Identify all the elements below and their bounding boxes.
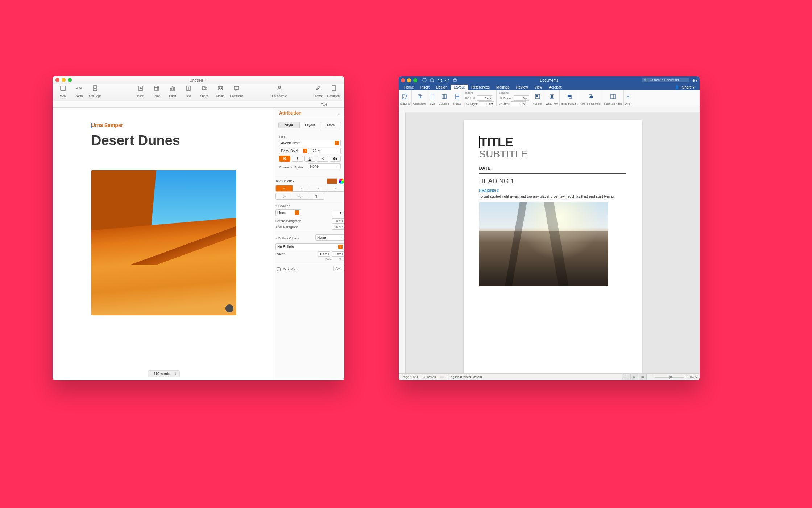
document-page[interactable]: TITLE SUBTITLE DATE HEADING 1 HEADING 2 …: [464, 120, 642, 373]
italic-button[interactable]: I: [292, 156, 303, 162]
pages-titlebar[interactable]: Untitled ⌄: [53, 76, 344, 84]
line-spacing-stepper[interactable]: 1 ▴▾: [332, 211, 344, 216]
tab-more[interactable]: More: [320, 122, 341, 128]
tab-design[interactable]: Design: [433, 85, 451, 90]
spacing-header[interactable]: Spacing: [276, 204, 344, 208]
tab-home[interactable]: Home: [401, 85, 417, 90]
zoom-value[interactable]: 104%: [688, 375, 697, 379]
tab-mailings[interactable]: Mailings: [493, 85, 513, 90]
position-button[interactable]: Position: [531, 90, 544, 106]
font-weight-select[interactable]: Demi Bold ⁝: [279, 148, 309, 154]
inspector-section-header[interactable]: Attribution ⌄: [276, 108, 344, 119]
zoom-in-button[interactable]: +: [685, 375, 687, 379]
document-canvas[interactable]: Urna Semper Desert Dunes 410 words: [53, 108, 275, 380]
tab-style[interactable]: Style: [279, 122, 300, 128]
char-styles-select[interactable]: None ⌄: [308, 163, 341, 169]
word-count-pill[interactable]: 410 words: [148, 370, 180, 377]
document-title[interactable]: Untitled: [190, 78, 203, 82]
heading-text[interactable]: Desert Dunes: [91, 133, 236, 148]
send-backward-button[interactable]: Send Backward: [580, 90, 602, 106]
space-before-input[interactable]: [514, 95, 529, 101]
align-button[interactable]: Align: [624, 90, 633, 106]
align-left-button[interactable]: ≡: [276, 185, 293, 191]
tab-view[interactable]: View: [531, 85, 546, 90]
colour-wheel-icon[interactable]: [339, 178, 344, 184]
minimize-button[interactable]: [407, 78, 411, 82]
indent-left-input[interactable]: [477, 95, 492, 101]
selection-pane-button[interactable]: Selection Pane: [602, 90, 624, 106]
zoom-button[interactable]: [68, 78, 72, 82]
zoom-slider[interactable]: [655, 377, 684, 378]
settings-icon[interactable]: ☻▾: [692, 78, 697, 82]
add-page-button[interactable]: Add Page: [87, 85, 103, 98]
bullet-style-select[interactable]: No Bullets ⁝: [276, 243, 344, 250]
chart-button[interactable]: Chart: [165, 85, 180, 98]
tab-review[interactable]: Review: [513, 85, 531, 90]
bullets-list-select[interactable]: None ⌄: [315, 234, 344, 241]
focus-view-button[interactable]: ▭: [622, 374, 630, 380]
tab-insert[interactable]: Insert: [417, 85, 433, 90]
date-placeholder[interactable]: DATE: [479, 166, 626, 171]
title-placeholder[interactable]: TITLE: [479, 135, 626, 149]
body-placeholder[interactable]: To get started right away, just tap any …: [479, 194, 626, 199]
insert-button[interactable]: Insert: [133, 85, 148, 98]
after-paragraph-stepper[interactable]: 16 pt ▴▾: [332, 225, 344, 230]
save-button[interactable]: [429, 77, 435, 83]
bold-button[interactable]: B: [279, 156, 290, 162]
wrap-text-button[interactable]: Wrap Text: [544, 90, 560, 106]
colour-swatch[interactable]: [327, 178, 337, 184]
document-button[interactable]: Document: [326, 85, 341, 98]
heading2-placeholder[interactable]: HEADING 2: [479, 189, 626, 193]
undo-button[interactable]: [436, 77, 443, 83]
language-indicator[interactable]: English (United States): [449, 375, 482, 379]
redo-button[interactable]: [444, 77, 451, 83]
horizontal-ruler[interactable]: [399, 106, 700, 112]
align-center-button[interactable]: ≡: [293, 185, 310, 191]
chevron-down-icon[interactable]: ▾: [293, 180, 294, 183]
line-spacing-select[interactable]: Lines ⁝: [276, 209, 301, 216]
print-button[interactable]: [452, 77, 458, 83]
chevron-down-icon[interactable]: ⌄: [204, 78, 207, 82]
inline-image[interactable]: [91, 170, 236, 315]
minimize-button[interactable]: [62, 78, 66, 82]
indent-decrease-button[interactable]: ◁≡: [276, 193, 292, 199]
margins-button[interactable]: Margins: [399, 90, 412, 106]
comment-button[interactable]: Comment: [229, 85, 244, 98]
drop-cap-style-select[interactable]: A≡⌄: [334, 266, 344, 271]
zoom-dropdown[interactable]: 93% Zoom: [71, 85, 87, 98]
indent-increase-button[interactable]: ≡▷: [292, 193, 308, 199]
before-paragraph-stepper[interactable]: 0 pt ▴▾: [332, 218, 344, 224]
tab-layout[interactable]: Layout: [300, 122, 321, 128]
strike-button[interactable]: S: [317, 156, 328, 162]
heading1-placeholder[interactable]: HEADING 1: [479, 177, 626, 185]
tab-references[interactable]: References: [468, 85, 493, 90]
close-button[interactable]: [55, 78, 59, 82]
media-button[interactable]: Media: [213, 85, 228, 98]
drop-cap-checkbox[interactable]: [277, 267, 281, 271]
zoom-out-button[interactable]: −: [651, 375, 653, 379]
subtitle-placeholder[interactable]: SUBTITLE: [479, 148, 626, 160]
columns-button[interactable]: Columns: [437, 90, 451, 106]
advanced-gear-button[interactable]: ✽▾: [330, 156, 341, 162]
web-layout-button[interactable]: ▦: [639, 374, 647, 380]
word-count[interactable]: 23 words: [423, 375, 436, 379]
shape-button[interactable]: Shape: [197, 85, 212, 98]
attribution-text[interactable]: Urna Semper: [91, 122, 236, 128]
ltr-button[interactable]: ¶: [308, 193, 324, 199]
page-indicator[interactable]: Page 1 of 1: [402, 375, 418, 379]
tab-layout[interactable]: Layout: [451, 85, 468, 90]
breaks-button[interactable]: Breaks: [451, 90, 463, 106]
view-button[interactable]: View: [55, 85, 71, 98]
format-button[interactable]: Format: [310, 85, 326, 98]
align-justify-button[interactable]: ≡: [327, 185, 344, 191]
font-family-select[interactable]: Avenir Next ⁝: [279, 140, 341, 146]
share-button[interactable]: 👤+ Share ▾: [672, 85, 697, 90]
bullet-indent-stepper[interactable]: 0 cm▴▾: [318, 251, 330, 257]
print-layout-button[interactable]: ▤: [630, 374, 638, 380]
size-button[interactable]: Size: [428, 90, 437, 106]
indent-right-input[interactable]: [479, 101, 494, 106]
search-field[interactable]: 🔍 Search in Document: [642, 78, 689, 82]
collaborate-button[interactable]: Collaborate: [272, 85, 287, 98]
tab-acrobat[interactable]: Acrobat: [546, 85, 564, 90]
orientation-button[interactable]: Orientation: [412, 90, 428, 106]
